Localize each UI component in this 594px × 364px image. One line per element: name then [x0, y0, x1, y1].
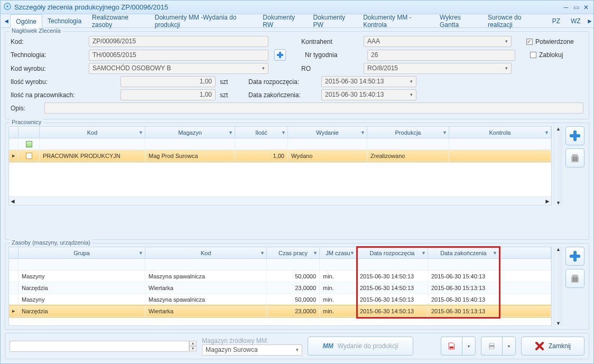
checkbox-potwierdzone[interactable]: [526, 39, 533, 45]
field-data-zak[interactable]: 2015-06-30 15:40:13▾: [321, 89, 416, 100]
tab-scroll-left-icon[interactable]: ◄: [3, 17, 10, 25]
zamknij-button[interactable]: Zamknij: [521, 337, 584, 356]
label-ro: RO: [301, 65, 359, 72]
tab-wykres-gantta[interactable]: Wykres Gantta: [434, 14, 482, 28]
tab-wz[interactable]: WZ: [565, 14, 586, 28]
label-zablokuj: Zablokuj: [539, 51, 563, 59]
tab-technologia[interactable]: Technologia: [42, 14, 87, 28]
pdf-export-button[interactable]: [441, 337, 462, 356]
checkbox-row[interactable]: [26, 153, 32, 159]
filter-icon[interactable]: ▼: [442, 130, 447, 135]
svg-rect-21: [490, 347, 494, 349]
v-scrollbar[interactable]: ▲▼: [554, 126, 562, 206]
v-scrollbar[interactable]: ▲▼: [554, 247, 562, 326]
label-opis: Opis:: [11, 105, 40, 112]
svg-rect-9: [574, 157, 576, 161]
filter-icon[interactable]: ▼: [350, 250, 355, 256]
checkbox-filter[interactable]: [26, 141, 32, 147]
add-pracownik-button[interactable]: [565, 126, 584, 145]
tab-dok-mm-kontrola[interactable]: Dokumenty MM - Kontrola: [358, 14, 434, 28]
filter-icon[interactable]: ▼: [493, 250, 497, 256]
tab-pz[interactable]: PZ: [547, 14, 565, 28]
label-technologia: Technologia:: [11, 51, 85, 59]
add-zasob-button[interactable]: [565, 247, 584, 266]
svg-rect-3: [277, 54, 283, 56]
tab-scroll-right-icon[interactable]: ►: [586, 17, 593, 25]
h-scrollbar[interactable]: ◄►: [9, 197, 551, 205]
svg-rect-7: [572, 154, 578, 156]
table-row[interactable]: ▸ PRACOWNIK PRODUKCYJN Mag Prod Surowca …: [9, 150, 551, 162]
svg-rect-18: [450, 347, 454, 349]
filter-icon[interactable]: ▼: [260, 250, 265, 256]
label-nr-tyg: Nr tygodnia: [305, 51, 363, 59]
tab-ogolne[interactable]: Ogólne: [10, 14, 42, 28]
label-ilosc-wyrobu: Ilość wyrobu:: [11, 78, 85, 86]
group-zasoby: Zasoby (maszyny, urządzenia) Grupa▼ Kod▼…: [5, 243, 589, 330]
checkbox-zablokuj[interactable]: [530, 52, 536, 58]
delete-pracownik-button[interactable]: [565, 148, 584, 167]
filter-icon[interactable]: ▼: [313, 250, 318, 256]
tab-dok-mm-wydania[interactable]: Dokumenty MM -Wydania do produkcji: [150, 14, 258, 28]
field-technologia[interactable]: TH/00065/2015: [89, 50, 268, 61]
unit-szt-2: szt: [220, 91, 235, 99]
zasoby-grid[interactable]: Grupa▼ Kod▼ Czas pracy▼ JM czasu▼ Data r…: [8, 247, 552, 326]
filter-icon[interactable]: ▼: [421, 250, 426, 256]
field-ilosc-prac[interactable]: 1,00: [120, 89, 216, 100]
field-kod-wyrobu[interactable]: SAMOCHÓD OSOBOWY B▾: [89, 63, 268, 74]
table-row[interactable]: Narzędzia Wiertarka 23,0000 min. 2015-06…: [9, 282, 551, 294]
label-ilosc-prac: Ilość na pracownikach:: [11, 91, 85, 99]
table-row[interactable]: Maszyny Maszyna spawalnicza 50,0000 min.…: [9, 270, 551, 282]
field-bottom-text[interactable]: [10, 341, 189, 352]
print-button[interactable]: [481, 337, 502, 356]
filter-icon[interactable]: ▼: [228, 130, 233, 135]
chevron-down-icon: ▾: [505, 63, 508, 73]
table-row[interactable]: ▸ Narzędzia Wiertarka 23,0000 min. 2015-…: [9, 305, 551, 317]
tab-dok-rw[interactable]: Dokumenty RW: [257, 14, 308, 28]
svg-rect-15: [573, 277, 574, 282]
delete-zasob-button[interactable]: [565, 269, 584, 288]
label-kod: Kod:: [11, 38, 85, 45]
group-pracownicy-legend: Pracownicy: [10, 119, 43, 125]
close-icon[interactable]: ✕: [582, 4, 590, 11]
add-technologia-button[interactable]: [274, 49, 286, 61]
filter-icon[interactable]: ▼: [281, 130, 286, 135]
field-kod[interactable]: ZP/00096/2015: [89, 36, 268, 47]
bottom-toolbar: ▲ ▼ Magazyn źródłowy MM: Magazyn Surowca…: [5, 333, 589, 359]
unit-szt-1: szt: [220, 78, 235, 86]
field-ro[interactable]: RO/8/2015▾: [364, 63, 512, 74]
svg-rect-17: [576, 277, 577, 282]
field-nr-tyg[interactable]: 26: [367, 50, 515, 61]
field-kontrahent[interactable]: AAA▾: [364, 36, 512, 47]
filter-icon[interactable]: ▼: [138, 250, 143, 256]
chevron-down-icon: ▾: [296, 345, 299, 355]
tab-realizowane-zasoby[interactable]: Realizowane zasoby: [87, 14, 150, 28]
svg-rect-5: [570, 134, 580, 137]
tab-strip: ◄ Ogólne Technologia Realizowane zasoby …: [1, 14, 593, 28]
table-row[interactable]: Maszyny Maszyna spawalnicza 50,0000 min.…: [9, 294, 551, 305]
filter-icon[interactable]: ▼: [360, 130, 365, 135]
group-naglowek: Nagłówek Zlecenia Kod: ZP/00096/2015 Kon…: [5, 31, 589, 119]
print-dropdown-button[interactable]: ▾: [502, 337, 516, 356]
tab-dok-pw[interactable]: Dokumenty PW: [308, 14, 358, 28]
group-zasoby-legend: Zasoby (maszyny, urządzenia): [10, 239, 92, 246]
pracownicy-grid[interactable]: Kod▼ Magazyn▼ Ilość▼ Wydanie▼ Produkcja▼…: [8, 126, 552, 206]
chevron-down-icon: ▾: [262, 63, 265, 73]
wydanie-do-produkcji-button[interactable]: MM Wydanie do produkcji: [308, 337, 413, 356]
spin-down-icon[interactable]: ▼: [189, 346, 197, 351]
app-icon: [4, 3, 11, 12]
field-mag-zrodlowy[interactable]: Magazyn Surowca▾: [202, 344, 302, 356]
minimize-icon[interactable]: ─: [562, 4, 570, 11]
chevron-down-icon: ▾: [410, 90, 413, 100]
filter-icon[interactable]: ▼: [544, 130, 549, 135]
field-opis[interactable]: [44, 102, 583, 114]
close-x-icon: [535, 341, 544, 351]
pdf-dropdown-button[interactable]: ▾: [462, 337, 476, 356]
spin-up-icon[interactable]: ▲: [189, 341, 197, 346]
title-bar: Szczegóły zlecenia produkcyjnego ZP/0009…: [1, 1, 593, 14]
field-data-rozp[interactable]: 2015-06-30 14:50:13▾: [321, 76, 416, 87]
tab-surowce[interactable]: Surowce do realizacji: [482, 14, 547, 28]
group-pracownicy: Pracownicy Kod▼ Magazyn▼ Ilość▼ Wydanie▼…: [5, 123, 589, 240]
field-ilosc-wyrobu[interactable]: 1,00: [120, 76, 216, 87]
maximize-icon[interactable]: ▭: [572, 4, 580, 11]
filter-icon[interactable]: ▼: [138, 130, 143, 135]
